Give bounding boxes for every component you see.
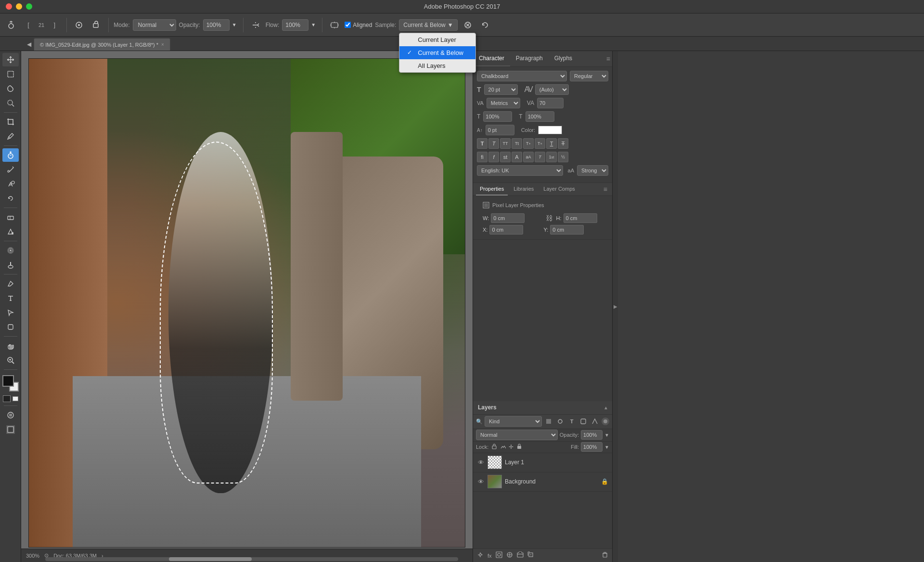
color-swatch[interactable]	[538, 126, 562, 134]
fill-input[interactable]	[581, 442, 603, 452]
tab-libraries[interactable]: Libraries	[510, 183, 538, 196]
liga-ord-btn[interactable]: T	[535, 152, 545, 162]
opacity-input[interactable]: 100%	[203, 19, 230, 31]
fill-tool[interactable]	[2, 225, 19, 238]
close-button[interactable]	[6, 3, 12, 10]
align-icon[interactable]	[327, 18, 342, 32]
strikethrough-btn[interactable]: T	[558, 138, 568, 149]
filter-shape-btn[interactable]	[578, 417, 588, 426]
lasso-tool[interactable]	[2, 82, 19, 95]
mode-select[interactable]: Normal	[133, 19, 176, 31]
underline-btn[interactable]: T	[546, 138, 557, 149]
language-select[interactable]: English: UK	[477, 165, 563, 176]
lock-position-btn[interactable]: ✛	[509, 444, 513, 450]
scale-v-input[interactable]	[526, 111, 554, 122]
character-panel-menu[interactable]: ≡	[606, 55, 610, 63]
filter-type-btn[interactable]: T	[567, 417, 577, 426]
clone-source-btn[interactable]	[89, 18, 103, 32]
filter-pixel-btn[interactable]	[544, 417, 553, 426]
tab-paragraph[interactable]: Paragraph	[510, 51, 549, 66]
sample-option-current-below[interactable]: ✓ Current & Below	[399, 46, 475, 59]
liga-super-btn[interactable]: 1st	[546, 152, 557, 162]
font-size-select[interactable]: 20 pt	[484, 84, 518, 95]
ignore-adj-btn[interactable]	[461, 18, 475, 32]
aligned-checkbox-label[interactable]: Aligned	[345, 22, 372, 28]
link-wh-btn[interactable]: ⛓	[546, 214, 552, 222]
layers-panel-collapse-btn[interactable]: ▲	[603, 405, 608, 410]
group-layers-btn[interactable]	[517, 551, 524, 560]
window-controls[interactable]	[6, 3, 32, 10]
baseline-input[interactable]	[486, 125, 514, 135]
tab-scroll-left[interactable]: ◀	[24, 38, 34, 51]
minimize-button[interactable]	[16, 3, 22, 10]
brush-tool[interactable]	[2, 163, 19, 176]
lock-all-btn[interactable]	[516, 444, 522, 451]
sample-dropdown-btn[interactable]: Current & Below ▼	[399, 19, 457, 31]
tab-properties[interactable]: Properties	[476, 183, 508, 196]
layer-item-background[interactable]: 👁 Background 🔒	[473, 472, 612, 492]
liga-frac-btn[interactable]: ½	[558, 152, 568, 162]
fg-color-quick[interactable]	[3, 395, 11, 402]
rectangle-marquee-tool[interactable]	[2, 67, 19, 81]
tool-icon[interactable]	[4, 18, 18, 32]
font-family-select[interactable]: Chalkboard	[477, 71, 567, 81]
superscript-btn[interactable]: T+	[523, 138, 534, 149]
tab-layer-comps[interactable]: Layer Comps	[539, 183, 578, 196]
width-input[interactable]	[491, 213, 525, 223]
fill-arrow[interactable]: ▼	[604, 444, 609, 450]
canvas-image[interactable]	[28, 58, 465, 548]
layer1-visibility-btn[interactable]: 👁	[477, 458, 485, 466]
subscript-btn[interactable]: T+	[535, 138, 545, 149]
type-tool[interactable]	[2, 291, 19, 305]
sample-option-all-layers[interactable]: All Layers	[399, 59, 475, 72]
allcaps-btn[interactable]: TT	[500, 138, 511, 149]
zoom-tool[interactable]	[2, 353, 19, 367]
layer-mode-select[interactable]: Normal	[476, 430, 558, 440]
brush-settings-btn[interactable]	[72, 18, 86, 32]
dodge-tool[interactable]	[2, 258, 19, 272]
airbrush-btn[interactable]	[248, 18, 263, 32]
horizontal-scrollbar[interactable]	[45, 557, 458, 561]
anti-alias-select[interactable]: Strong	[577, 165, 608, 176]
maximize-button[interactable]	[26, 3, 32, 10]
flow-arrow[interactable]: ▼	[309, 18, 317, 32]
document-tab[interactable]: © IMG_0529-Edit.jpg @ 300% (Layer 1, RGB…	[34, 38, 170, 51]
doc-tab-close[interactable]: ×	[161, 42, 164, 47]
height-input[interactable]	[564, 213, 597, 223]
pen-tool[interactable]	[2, 277, 19, 290]
smallcaps-btn[interactable]: Tt	[512, 138, 522, 149]
leading-select[interactable]: (Auto)	[535, 84, 569, 95]
hand-tool[interactable]	[2, 339, 19, 353]
opacity-arrow[interactable]: ▼	[231, 18, 238, 32]
quick-mask-btn[interactable]	[2, 408, 19, 422]
liga-fi-btn[interactable]: fi	[477, 152, 488, 162]
foreground-color[interactable]	[2, 375, 14, 387]
scale-h-input[interactable]	[483, 111, 512, 122]
shape-tool[interactable]	[2, 320, 19, 334]
quick-select-tool[interactable]	[2, 96, 19, 110]
eyedropper-tool[interactable]	[2, 130, 19, 143]
background-visibility-btn[interactable]: 👁	[477, 478, 485, 485]
h-scrollbar-thumb[interactable]	[169, 557, 252, 561]
kind-filter-select[interactable]: Kind	[485, 416, 542, 427]
fx-btn[interactable]: fx	[488, 553, 492, 559]
sample-option-current-layer[interactable]: Current Layer	[399, 33, 475, 46]
liga-aa-btn[interactable]: aA	[523, 152, 534, 162]
brush-size-decrease[interactable]: [	[21, 18, 36, 32]
history-brush-btn[interactable]	[478, 18, 492, 32]
italic-btn[interactable]: T	[488, 138, 499, 149]
opacity-arrow[interactable]: ▼	[604, 432, 609, 438]
link-layers-btn[interactable]	[477, 551, 484, 560]
filter-smart-btn[interactable]	[590, 417, 600, 426]
kerning-input[interactable]	[537, 98, 564, 108]
layer-opacity-input[interactable]	[581, 430, 603, 440]
add-mask-btn[interactable]	[496, 551, 502, 560]
screen-mode-btn[interactable]	[2, 423, 19, 436]
bold-btn[interactable]: T	[477, 138, 488, 149]
filter-adj-btn[interactable]	[555, 417, 565, 426]
tracking-method-select[interactable]: Metrics	[487, 98, 520, 108]
properties-panel-menu[interactable]: ≡	[603, 185, 607, 193]
healing-brush-tool[interactable]	[2, 148, 19, 162]
flow-input[interactable]: 100%	[282, 19, 308, 31]
liga-f-btn[interactable]: f	[488, 152, 499, 162]
